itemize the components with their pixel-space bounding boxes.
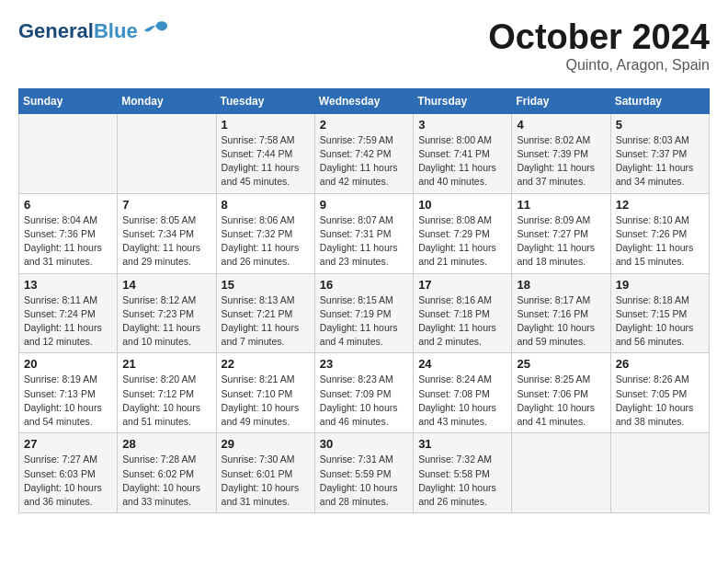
calendar-week-row: 13Sunrise: 8:11 AMSunset: 7:24 PMDayligh… — [19, 273, 710, 353]
calendar-cell: 20Sunrise: 8:19 AMSunset: 7:13 PMDayligh… — [19, 353, 118, 433]
day-info: Sunrise: 7:31 AMSunset: 5:59 PMDaylight:… — [320, 453, 408, 509]
page-header: GeneralBlue October 2024 Quinto, Aragon,… — [18, 18, 710, 74]
day-number: 25 — [517, 357, 605, 371]
logo: GeneralBlue — [18, 18, 169, 44]
day-number: 10 — [418, 198, 506, 212]
day-info: Sunrise: 7:28 AMSunset: 6:02 PMDaylight:… — [122, 453, 210, 509]
calendar-cell: 2Sunrise: 7:59 AMSunset: 7:42 PMDaylight… — [314, 113, 413, 193]
day-info: Sunrise: 8:02 AMSunset: 7:39 PMDaylight:… — [517, 133, 605, 190]
logo-blue: Blue — [94, 19, 138, 42]
day-info: Sunrise: 8:05 AMSunset: 7:34 PMDaylight:… — [122, 213, 210, 270]
day-number: 18 — [517, 278, 605, 292]
calendar-week-row: 20Sunrise: 8:19 AMSunset: 7:13 PMDayligh… — [19, 353, 710, 433]
day-number: 20 — [24, 357, 112, 371]
day-info: Sunrise: 8:06 AMSunset: 7:32 PMDaylight:… — [222, 213, 310, 270]
day-info: Sunrise: 8:07 AMSunset: 7:31 PMDaylight:… — [320, 213, 408, 270]
location: Quinto, Aragon, Spain — [488, 57, 710, 74]
day-number: 27 — [24, 437, 112, 451]
day-number: 23 — [320, 357, 408, 371]
day-info: Sunrise: 8:04 AMSunset: 7:36 PMDaylight:… — [24, 213, 112, 270]
calendar-cell — [610, 433, 709, 513]
calendar-cell: 30Sunrise: 7:31 AMSunset: 5:59 PMDayligh… — [314, 433, 413, 513]
day-number: 16 — [320, 278, 408, 292]
calendar-cell: 28Sunrise: 7:28 AMSunset: 6:02 PMDayligh… — [118, 433, 216, 513]
column-header-thursday: Thursday — [414, 88, 512, 113]
column-header-tuesday: Tuesday — [216, 88, 314, 113]
day-info: Sunrise: 7:59 AMSunset: 7:42 PMDaylight:… — [320, 133, 408, 190]
calendar-cell: 29Sunrise: 7:30 AMSunset: 6:01 PMDayligh… — [216, 433, 314, 513]
day-info: Sunrise: 8:24 AMSunset: 7:08 PMDaylight:… — [418, 373, 506, 429]
calendar-cell — [118, 113, 216, 193]
calendar-cell: 12Sunrise: 8:10 AMSunset: 7:26 PMDayligh… — [610, 193, 709, 273]
logo-general: General — [18, 19, 94, 42]
day-number: 28 — [122, 437, 210, 451]
calendar-cell — [512, 433, 610, 513]
day-info: Sunrise: 8:16 AMSunset: 7:18 PMDaylight:… — [418, 293, 506, 350]
calendar-cell: 31Sunrise: 7:32 AMSunset: 5:58 PMDayligh… — [414, 433, 512, 513]
day-number: 29 — [222, 437, 310, 451]
calendar-cell: 18Sunrise: 8:17 AMSunset: 7:16 PMDayligh… — [512, 273, 610, 353]
day-number: 3 — [418, 118, 506, 132]
day-number: 1 — [222, 118, 310, 132]
day-number: 13 — [24, 278, 112, 292]
day-info: Sunrise: 8:15 AMSunset: 7:19 PMDaylight:… — [320, 293, 408, 350]
day-number: 14 — [122, 278, 210, 292]
day-info: Sunrise: 8:03 AMSunset: 7:37 PMDaylight:… — [616, 133, 704, 190]
calendar-cell: 14Sunrise: 8:12 AMSunset: 7:23 PMDayligh… — [118, 273, 216, 353]
logo-bird-icon — [142, 18, 169, 44]
day-number: 22 — [222, 357, 310, 371]
day-info: Sunrise: 8:21 AMSunset: 7:10 PMDaylight:… — [222, 373, 310, 429]
day-info: Sunrise: 8:20 AMSunset: 7:12 PMDaylight:… — [122, 373, 210, 429]
calendar-cell: 3Sunrise: 8:00 AMSunset: 7:41 PMDaylight… — [414, 113, 512, 193]
calendar-cell: 15Sunrise: 8:13 AMSunset: 7:21 PMDayligh… — [216, 273, 314, 353]
calendar-cell: 22Sunrise: 8:21 AMSunset: 7:10 PMDayligh… — [216, 353, 314, 433]
column-header-sunday: Sunday — [19, 88, 118, 113]
column-header-monday: Monday — [118, 88, 216, 113]
calendar-cell: 11Sunrise: 8:09 AMSunset: 7:27 PMDayligh… — [512, 193, 610, 273]
day-number: 5 — [616, 118, 704, 132]
day-number: 19 — [616, 278, 704, 292]
column-header-wednesday: Wednesday — [314, 88, 413, 113]
day-info: Sunrise: 8:00 AMSunset: 7:41 PMDaylight:… — [418, 133, 506, 190]
calendar-header-row: SundayMondayTuesdayWednesdayThursdayFrid… — [19, 88, 710, 113]
title-block: October 2024 Quinto, Aragon, Spain — [488, 18, 710, 74]
calendar-cell: 26Sunrise: 8:26 AMSunset: 7:05 PMDayligh… — [610, 353, 709, 433]
day-info: Sunrise: 8:11 AMSunset: 7:24 PMDaylight:… — [24, 293, 112, 350]
calendar-cell: 25Sunrise: 8:25 AMSunset: 7:06 PMDayligh… — [512, 353, 610, 433]
calendar-week-row: 6Sunrise: 8:04 AMSunset: 7:36 PMDaylight… — [19, 193, 710, 273]
calendar-week-row: 1Sunrise: 7:58 AMSunset: 7:44 PMDaylight… — [19, 113, 710, 193]
day-info: Sunrise: 7:27 AMSunset: 6:03 PMDaylight:… — [24, 453, 112, 509]
calendar-cell: 21Sunrise: 8:20 AMSunset: 7:12 PMDayligh… — [118, 353, 216, 433]
day-info: Sunrise: 8:12 AMSunset: 7:23 PMDaylight:… — [122, 293, 210, 350]
day-info: Sunrise: 7:58 AMSunset: 7:44 PMDaylight:… — [222, 133, 310, 190]
day-number: 12 — [616, 198, 704, 212]
calendar-table: SundayMondayTuesdayWednesdayThursdayFrid… — [18, 88, 710, 513]
day-info: Sunrise: 8:08 AMSunset: 7:29 PMDaylight:… — [418, 213, 506, 270]
calendar-week-row: 27Sunrise: 7:27 AMSunset: 6:03 PMDayligh… — [19, 433, 710, 513]
day-info: Sunrise: 8:13 AMSunset: 7:21 PMDaylight:… — [222, 293, 310, 350]
day-info: Sunrise: 8:25 AMSunset: 7:06 PMDaylight:… — [517, 373, 605, 429]
day-info: Sunrise: 8:19 AMSunset: 7:13 PMDaylight:… — [24, 373, 112, 429]
calendar-cell: 5Sunrise: 8:03 AMSunset: 7:37 PMDaylight… — [610, 113, 709, 193]
calendar-cell: 16Sunrise: 8:15 AMSunset: 7:19 PMDayligh… — [314, 273, 413, 353]
day-number: 4 — [517, 118, 605, 132]
calendar-cell — [19, 113, 118, 193]
day-number: 6 — [24, 198, 112, 212]
calendar-cell: 8Sunrise: 8:06 AMSunset: 7:32 PMDaylight… — [216, 193, 314, 273]
day-number: 2 — [320, 118, 408, 132]
day-number: 31 — [418, 437, 506, 451]
day-info: Sunrise: 8:18 AMSunset: 7:15 PMDaylight:… — [616, 293, 704, 350]
day-number: 24 — [418, 357, 506, 371]
calendar-cell: 10Sunrise: 8:08 AMSunset: 7:29 PMDayligh… — [414, 193, 512, 273]
day-number: 8 — [222, 198, 310, 212]
day-info: Sunrise: 8:09 AMSunset: 7:27 PMDaylight:… — [517, 213, 605, 270]
day-number: 26 — [616, 357, 704, 371]
day-number: 15 — [222, 278, 310, 292]
calendar-cell: 9Sunrise: 8:07 AMSunset: 7:31 PMDaylight… — [314, 193, 413, 273]
calendar-cell: 4Sunrise: 8:02 AMSunset: 7:39 PMDaylight… — [512, 113, 610, 193]
column-header-saturday: Saturday — [610, 88, 709, 113]
day-number: 11 — [517, 198, 605, 212]
calendar-cell: 7Sunrise: 8:05 AMSunset: 7:34 PMDaylight… — [118, 193, 216, 273]
day-info: Sunrise: 7:32 AMSunset: 5:58 PMDaylight:… — [418, 453, 506, 509]
calendar-cell: 27Sunrise: 7:27 AMSunset: 6:03 PMDayligh… — [19, 433, 118, 513]
